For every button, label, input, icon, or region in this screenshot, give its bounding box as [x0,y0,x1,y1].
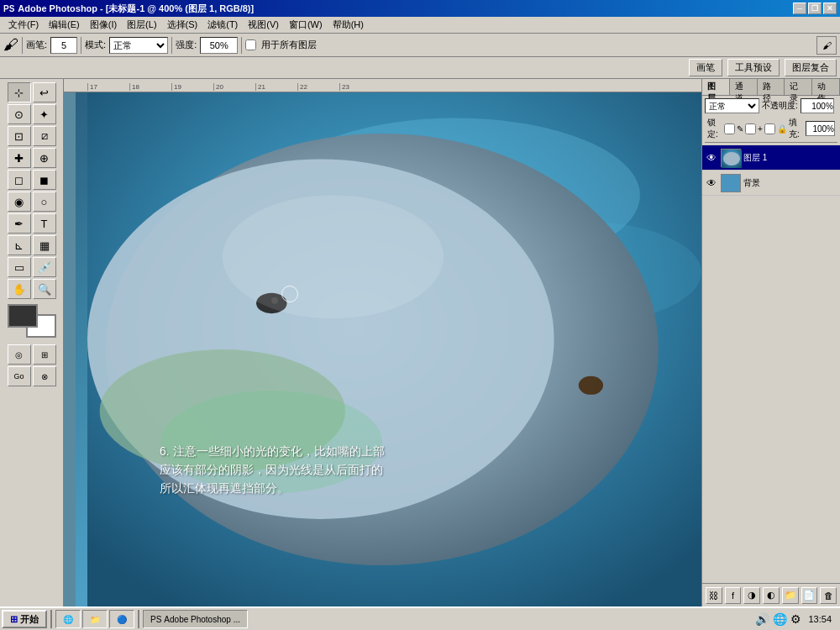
menu-help[interactable]: 帮助(H) [328,17,369,33]
move-tool-btn[interactable]: ⊹ [8,82,31,102]
quick-mask-btn[interactable]: ◎ [8,344,31,365]
eraser-btn[interactable]: ◻ [8,170,31,190]
lasso-btn[interactable]: ⊙ [8,104,31,124]
menu-image[interactable]: 图像(I) [85,17,122,33]
layer-bg-thumbnail [721,174,741,192]
text-btn[interactable]: T [33,213,56,234]
photoshop-taskbar-item[interactable]: PS Adobe Photoshop ... [143,610,248,628]
menu-select[interactable]: 选择(S) [162,17,203,33]
layer-row-bg[interactable]: 👁 背景 [702,171,840,196]
blur-btn[interactable]: ◉ [8,192,31,212]
tab-tool-preset[interactable]: 工具预设 [727,59,780,76]
ruler-mark-17: 17 [87,83,129,91]
extra-btn[interactable]: ⊗ [33,366,56,386]
ruler-mark-23: 23 [339,83,381,91]
blend-mode-select[interactable]: 正常 [109,37,168,54]
title-bar-controls: ─ ❐ ✕ [793,3,837,14]
new-layer-btn[interactable]: 📄 [801,587,818,604]
quick-launch-media[interactable]: 🔵 [109,610,134,628]
tab-paths[interactable]: 路径 [758,79,785,95]
panel-tab-bar: 图层 通道 路径 记录 动作 [702,79,840,96]
pen-btn[interactable]: ✒ [8,213,31,234]
lock-transparent-checkbox[interactable] [724,123,735,134]
fill-input[interactable] [806,121,835,136]
new-group-btn[interactable]: 📁 [782,587,799,604]
close-button[interactable]: ✕ [823,3,837,14]
start-label: 开始 [20,613,39,626]
ruler-mark-22: 22 [297,83,339,91]
ps-taskbar-label: Adobe Photoshop ... [164,615,240,624]
ps-taskbar-icon: PS [150,615,161,624]
menu-view[interactable]: 视图(V) [243,17,284,33]
gradient-btn[interactable]: ▦ [33,235,56,255]
lock-row: 锁定: ✎ + 🔒 填充: [705,115,837,143]
heal-btn[interactable]: ✚ [8,148,31,168]
svg-point-9 [223,195,444,318]
clone-btn[interactable]: ⊕ [33,148,56,168]
options-bar: 🖌 画笔: 模式: 正常 强度: 用于所有图层 🖌 [0,34,840,57]
title-bar-left: PS Adobe Photoshop - [未标题-1 @ 400% (图层 1… [3,3,254,15]
fill-btn[interactable]: ◼ [33,170,56,190]
settings-icon[interactable]: ⚙ [790,612,801,626]
quick-launch-ie[interactable]: 🌐 [55,610,81,628]
tab-layer-comp[interactable]: 图层复合 [785,59,837,76]
layer-bg-visibility[interactable]: 👁 [705,176,718,190]
mode-label: 模式: [85,39,106,51]
zoom-btn[interactable]: 🔍 [33,279,56,299]
quick-launch-folder[interactable]: 📁 [82,610,108,628]
strength-input[interactable] [200,37,238,54]
layer-blend-mode[interactable]: 正常 [705,98,759,113]
brush-size-label: 画笔: [26,39,47,51]
layer-bg-name: 背景 [743,177,760,189]
color-swatches [8,304,56,338]
layer-row-1[interactable]: 👁 图层 1 [702,145,840,171]
strength-label: 强度: [176,39,197,51]
menu-file[interactable]: 文件(F) [3,17,44,33]
hand-btn[interactable]: ✋ [8,279,31,299]
brush-tool-icon[interactable]: 🖌 [3,36,18,54]
restore-button[interactable]: ❐ [808,3,822,14]
dolphin-canvas[interactable]: 3 4 5 6 [76,92,701,606]
eyedropper-btn[interactable]: 💉 [33,257,56,277]
menu-edit[interactable]: 编辑(E) [44,17,85,33]
delete-layer-btn[interactable]: 🗑 [820,587,837,604]
tab-actions[interactable]: 动作 [812,79,840,95]
slice-btn[interactable]: ⧄ [33,126,56,146]
lock-image-checkbox[interactable] [745,123,756,134]
tab-layers[interactable]: 图层 [702,79,730,95]
menu-window[interactable]: 窗口(W) [284,17,328,33]
menu-layer[interactable]: 图层(L) [122,17,161,33]
lock-all-checkbox[interactable] [764,123,775,134]
new-adjustment-btn[interactable]: ◐ [763,587,780,604]
menu-filter[interactable]: 滤镜(T) [202,17,243,33]
volume-icon[interactable]: 🔊 [755,612,769,626]
screen-mode-btn[interactable]: ⊞ [33,344,56,365]
measure-btn[interactable]: ⊾ [8,235,31,255]
magic-wand-btn[interactable]: ✦ [33,104,56,124]
opacity-input[interactable] [801,98,834,113]
add-mask-btn[interactable]: ◑ [743,587,760,604]
tab-history[interactable]: 记录 [785,79,812,95]
goto-bridge-btn[interactable]: Go [8,366,31,386]
tab-brush[interactable]: 画笔 [689,59,722,76]
all-layers-checkbox[interactable] [245,39,256,50]
start-button[interactable]: ⊞ 开始 [2,610,47,628]
brush-preset-icon[interactable]: 🖌 [816,36,837,55]
panel-tabs-bar: 画笔 工具预设 图层复合 [0,57,840,79]
network-icon[interactable]: 🌐 [773,612,787,626]
minimize-button[interactable]: ─ [793,3,806,14]
tab-channels[interactable]: 通道 [730,79,758,95]
dolphin-image: 6. 注意一些细小的光的变化，比如嘴的上部 应该有部分的阴影，因为光线是从后面打… [76,92,701,606]
system-tray: 🔊 🌐 ⚙ 13:54 [755,612,838,626]
history-brush-btn[interactable]: ↩ [33,82,56,102]
crop-btn[interactable]: ⊡ [8,126,31,146]
canvas-area[interactable]: 17 18 19 20 21 22 23 3 4 5 6 [64,79,701,606]
layer-1-visibility[interactable]: 👁 [705,151,718,165]
add-style-btn[interactable]: f [725,587,742,604]
shape-btn[interactable]: ▭ [8,257,31,277]
opacity-label: 不透明度: [762,100,798,112]
foreground-color-swatch[interactable] [8,304,38,328]
link-layers-btn[interactable]: ⛓ [706,587,722,604]
dodge-btn[interactable]: ○ [33,192,56,212]
brush-size-input[interactable] [50,37,77,54]
